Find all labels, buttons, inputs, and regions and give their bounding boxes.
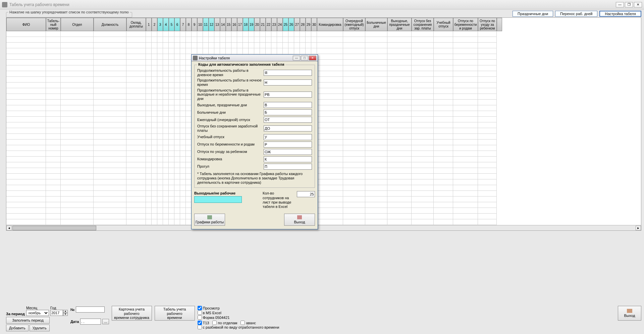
- column-header[interactable]: 6: [174, 18, 180, 31]
- minimize-button[interactable]: —: [616, 2, 624, 7]
- table-row[interactable]: [6, 179, 641, 185]
- table-row[interactable]: [6, 151, 641, 157]
- emp-count-input[interactable]: [297, 191, 315, 197]
- avans-check[interactable]: аванс: [240, 321, 256, 325]
- table-row[interactable]: [6, 185, 641, 191]
- table-row[interactable]: [6, 145, 641, 151]
- table-row[interactable]: [6, 140, 641, 145]
- column-header[interactable]: 30: [311, 18, 317, 31]
- holidays-button[interactable]: Праздничные дни: [513, 11, 553, 17]
- table-row[interactable]: [6, 111, 641, 117]
- code-input-7[interactable]: [264, 134, 312, 140]
- column-header[interactable]: Оклад, доплаты: [126, 18, 146, 31]
- code-input-2[interactable]: [264, 92, 312, 98]
- column-header[interactable]: 27: [294, 18, 300, 31]
- column-header[interactable]: 12: [209, 18, 214, 31]
- t13-check[interactable]: Т13: [198, 321, 209, 325]
- column-header[interactable]: 13: [214, 18, 220, 31]
- table-row[interactable]: [6, 48, 641, 54]
- number-input[interactable]: [76, 307, 105, 313]
- dialog-minimize-button[interactable]: —: [293, 56, 300, 60]
- code-input-5[interactable]: [264, 117, 312, 123]
- table-row[interactable]: [6, 77, 641, 82]
- month-select[interactable]: ноябрь: [26, 310, 49, 316]
- column-header[interactable]: 7: [180, 18, 186, 31]
- table-row[interactable]: [6, 65, 641, 71]
- table-row[interactable]: [6, 219, 641, 225]
- table-row[interactable]: [6, 60, 641, 65]
- dialog-close-button[interactable]: ✕: [309, 56, 316, 60]
- form-check[interactable]: Форма 0504421: [198, 315, 279, 320]
- column-header[interactable]: Отдел: [61, 18, 94, 31]
- column-header[interactable]: 16: [231, 18, 237, 31]
- dialog-titlebar[interactable]: Настройки табеля — □ ✕: [192, 55, 318, 61]
- column-header[interactable]: 23: [271, 18, 277, 31]
- table-row[interactable]: [6, 105, 641, 111]
- employee-card-button[interactable]: Карточка учета рабочего времени сотрудни…: [112, 306, 152, 321]
- year-input[interactable]: [50, 310, 63, 316]
- table-row[interactable]: [6, 162, 641, 168]
- column-header[interactable]: 8: [186, 18, 192, 31]
- column-header[interactable]: 20: [254, 18, 260, 31]
- column-header[interactable]: 4: [163, 18, 169, 31]
- scroll-left-arrow[interactable]: ◄: [6, 226, 12, 230]
- column-header[interactable]: ФИО: [6, 18, 46, 31]
- scroll-right-arrow[interactable]: ►: [636, 226, 641, 230]
- dialog-exit-button[interactable]: Выход: [284, 214, 315, 226]
- column-header[interactable]: 15: [226, 18, 231, 31]
- code-input-3[interactable]: [264, 102, 312, 108]
- excel-check[interactable]: в MS Excel: [198, 311, 279, 315]
- column-header[interactable]: 10: [197, 18, 203, 31]
- table-row[interactable]: [6, 134, 641, 140]
- scroll-thumb[interactable]: [12, 226, 96, 230]
- column-header[interactable]: 11: [203, 18, 209, 31]
- code-input-0[interactable]: [264, 70, 312, 76]
- column-header[interactable]: 1: [146, 18, 152, 31]
- column-header[interactable]: 9: [192, 18, 197, 31]
- column-header[interactable]: 5: [169, 18, 174, 31]
- column-header[interactable]: Должность: [94, 18, 126, 31]
- code-input-4[interactable]: [264, 109, 312, 115]
- shift-days-button[interactable]: Перенос раб. дней: [555, 11, 597, 17]
- work-schedules-button[interactable]: Графики работы: [194, 214, 225, 226]
- column-header[interactable]: Отпуск без сохранения зар. платы: [412, 18, 434, 31]
- column-header[interactable]: 21: [260, 18, 266, 31]
- table-row[interactable]: [6, 174, 641, 179]
- column-header[interactable]: 29: [306, 18, 311, 31]
- column-header[interactable]: 14: [220, 18, 226, 31]
- table-row[interactable]: [6, 122, 641, 128]
- close-main-button[interactable]: ✕: [634, 2, 642, 7]
- column-header[interactable]: 25: [283, 18, 288, 31]
- vertical-scrollbar[interactable]: [497, 18, 502, 31]
- column-header[interactable]: Отпуск по уходу за ребенком: [478, 18, 497, 31]
- column-header[interactable]: Учебный отпуск: [434, 18, 453, 31]
- code-input-11[interactable]: [264, 164, 312, 170]
- table-row[interactable]: [6, 168, 641, 174]
- horizontal-scrollbar[interactable]: ◄ ►: [6, 225, 641, 230]
- column-header[interactable]: Командировка: [317, 18, 343, 31]
- table-row[interactable]: [6, 117, 641, 122]
- code-input-8[interactable]: [264, 142, 312, 148]
- table-row[interactable]: [6, 214, 641, 219]
- column-header[interactable]: 24: [277, 18, 283, 31]
- timesheet-grid[interactable]: ФИОТабель- ный номерОтделДолжностьОклад,…: [6, 17, 641, 231]
- column-header[interactable]: 22: [266, 18, 271, 31]
- year-down[interactable]: ▼: [63, 313, 68, 316]
- column-header[interactable]: 26: [288, 18, 294, 31]
- table-row[interactable]: [6, 100, 641, 105]
- code-input-9[interactable]: [264, 149, 312, 155]
- settings-button[interactable]: Настройка табеля: [599, 11, 641, 17]
- column-header[interactable]: Очередной (ежегодный) отпуск: [343, 18, 365, 31]
- column-header[interactable]: 2: [152, 18, 157, 31]
- table-row[interactable]: [6, 37, 641, 43]
- table-row[interactable]: [6, 71, 641, 77]
- code-input-6[interactable]: [264, 125, 312, 131]
- column-header[interactable]: 28: [300, 18, 306, 31]
- exit-button[interactable]: Выход: [618, 306, 641, 321]
- dialog-maximize-button[interactable]: □: [301, 56, 308, 60]
- table-row[interactable]: [6, 157, 641, 162]
- weekend-color-swatch[interactable]: [194, 196, 242, 203]
- column-header[interactable]: 3: [157, 18, 163, 31]
- column-header[interactable]: Отпуск по беременности и родам: [453, 18, 478, 31]
- column-header[interactable]: Больничные дни: [365, 18, 387, 31]
